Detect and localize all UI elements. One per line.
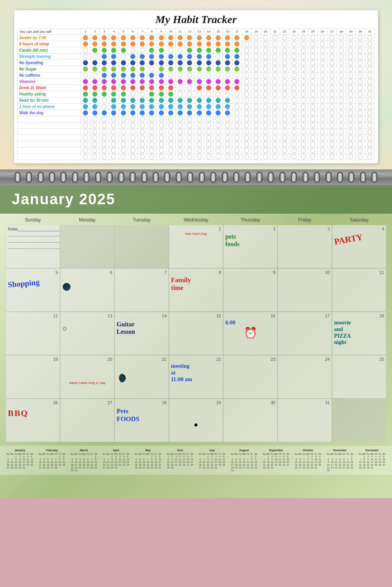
habit-cell-25[interactable] xyxy=(318,54,327,60)
habit-cell-29[interactable] xyxy=(356,104,365,110)
habit-cell-18[interactable] xyxy=(251,141,261,148)
habit-cell-22[interactable] xyxy=(289,97,298,104)
habit-cell-28[interactable] xyxy=(346,54,356,60)
habit-cell-2[interactable] xyxy=(100,47,109,54)
habit-cell-13[interactable] xyxy=(204,60,213,66)
habit-cell-30[interactable] xyxy=(365,85,374,91)
habit-cell-11[interactable] xyxy=(185,154,194,160)
habit-cell-9[interactable] xyxy=(166,141,175,148)
habit-cell-23[interactable] xyxy=(298,104,308,110)
habit-cell-11[interactable] xyxy=(185,110,194,116)
habit-cell-30[interactable] xyxy=(365,47,374,54)
habit-cell-30[interactable] xyxy=(365,41,374,47)
habit-cell-24[interactable] xyxy=(308,79,318,85)
habit-cell-23[interactable] xyxy=(298,47,308,54)
habit-cell-29[interactable] xyxy=(356,148,365,154)
habit-cell-20[interactable] xyxy=(270,91,280,97)
habit-cell-1[interactable] xyxy=(90,135,99,141)
habit-cell-2[interactable] xyxy=(100,85,109,91)
habit-cell-1[interactable] xyxy=(90,72,99,79)
habit-cell-6[interactable] xyxy=(137,122,147,129)
habit-cell-1[interactable] xyxy=(90,104,99,110)
habit-cell-1[interactable] xyxy=(90,148,99,154)
habit-cell-3[interactable] xyxy=(109,66,119,72)
habit-cell-26[interactable] xyxy=(327,79,336,85)
habit-cell-29[interactable] xyxy=(356,91,365,97)
habit-cell-30[interactable] xyxy=(365,110,374,116)
habit-cell-28[interactable] xyxy=(346,154,356,160)
habit-cell-22[interactable] xyxy=(289,35,298,41)
habit-cell-30[interactable] xyxy=(365,135,374,141)
habit-cell-27[interactable] xyxy=(336,97,346,104)
habit-cell-12[interactable] xyxy=(194,116,204,122)
habit-cell-21[interactable] xyxy=(280,54,289,60)
habit-cell-13[interactable] xyxy=(204,129,213,135)
habit-cell-0[interactable] xyxy=(81,110,90,116)
habit-cell-16[interactable] xyxy=(232,47,242,54)
habit-cell-15[interactable] xyxy=(223,91,232,97)
habit-cell-12[interactable] xyxy=(194,148,204,154)
habit-cell-29[interactable] xyxy=(356,141,365,148)
habit-cell-10[interactable] xyxy=(175,72,185,79)
habit-cell-20[interactable] xyxy=(270,72,280,79)
habit-cell-26[interactable] xyxy=(327,116,336,122)
habit-cell-7[interactable] xyxy=(147,104,156,110)
habit-cell-24[interactable] xyxy=(308,154,318,160)
habit-cell-22[interactable] xyxy=(289,41,298,47)
habit-cell-23[interactable] xyxy=(298,66,308,72)
habit-cell-4[interactable] xyxy=(119,72,128,79)
habit-cell-23[interactable] xyxy=(298,60,308,66)
habit-cell-23[interactable] xyxy=(298,154,308,160)
habit-cell-19[interactable] xyxy=(261,148,270,154)
habit-cell-23[interactable] xyxy=(298,116,308,122)
habit-cell-20[interactable] xyxy=(270,129,280,135)
habit-cell-18[interactable] xyxy=(251,79,261,85)
habit-cell-18[interactable] xyxy=(251,148,261,154)
habit-cell-5[interactable] xyxy=(128,154,137,160)
habit-cell-10[interactable] xyxy=(175,148,185,154)
habit-cell-7[interactable] xyxy=(147,66,156,72)
habit-cell-26[interactable] xyxy=(327,54,336,60)
habit-cell-9[interactable] xyxy=(166,110,175,116)
habit-cell-14[interactable] xyxy=(213,35,223,41)
habit-cell-28[interactable] xyxy=(346,129,356,135)
habit-cell-14[interactable] xyxy=(213,97,223,104)
habit-cell-15[interactable] xyxy=(223,104,232,110)
habit-cell-9[interactable] xyxy=(166,97,175,104)
habit-cell-3[interactable] xyxy=(109,85,119,91)
habit-cell-16[interactable] xyxy=(232,154,242,160)
habit-cell-27[interactable] xyxy=(336,54,346,60)
habit-cell-6[interactable] xyxy=(137,129,147,135)
habit-cell-30[interactable] xyxy=(365,54,374,60)
habit-cell-11[interactable] xyxy=(185,79,194,85)
habit-cell-26[interactable] xyxy=(327,148,336,154)
habit-cell-22[interactable] xyxy=(289,110,298,116)
habit-cell-3[interactable] xyxy=(109,110,119,116)
habit-cell-24[interactable] xyxy=(308,129,318,135)
habit-cell-14[interactable] xyxy=(213,47,223,54)
habit-cell-8[interactable] xyxy=(156,154,166,160)
habit-cell-26[interactable] xyxy=(327,72,336,79)
habit-cell-0[interactable] xyxy=(81,91,90,97)
habit-cell-8[interactable] xyxy=(156,66,166,72)
habit-cell-25[interactable] xyxy=(318,154,327,160)
habit-cell-8[interactable] xyxy=(156,79,166,85)
habit-cell-14[interactable] xyxy=(213,135,223,141)
habit-cell-17[interactable] xyxy=(242,47,251,54)
habit-cell-8[interactable] xyxy=(156,104,166,110)
habit-cell-6[interactable] xyxy=(137,41,147,47)
habit-cell-16[interactable] xyxy=(232,60,242,66)
habit-cell-30[interactable] xyxy=(365,116,374,122)
habit-cell-29[interactable] xyxy=(356,97,365,104)
habit-cell-19[interactable] xyxy=(261,66,270,72)
habit-cell-29[interactable] xyxy=(356,85,365,91)
habit-cell-2[interactable] xyxy=(100,110,109,116)
habit-cell-21[interactable] xyxy=(280,60,289,66)
habit-cell-28[interactable] xyxy=(346,135,356,141)
habit-cell-24[interactable] xyxy=(308,54,318,60)
habit-cell-15[interactable] xyxy=(223,79,232,85)
habit-cell-4[interactable] xyxy=(119,91,128,97)
habit-cell-9[interactable] xyxy=(166,154,175,160)
habit-cell-30[interactable] xyxy=(365,72,374,79)
habit-cell-12[interactable] xyxy=(194,135,204,141)
